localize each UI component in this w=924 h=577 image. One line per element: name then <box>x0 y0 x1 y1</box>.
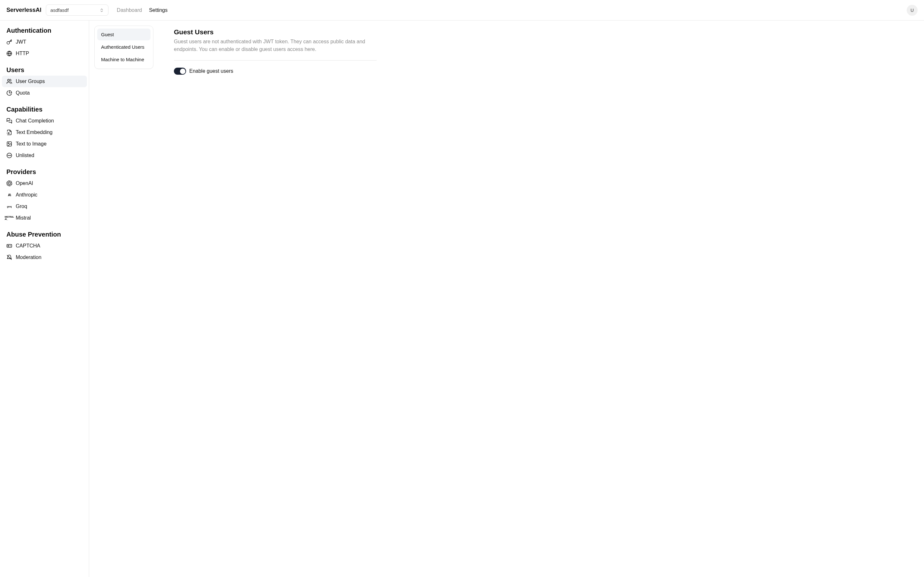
captcha-icon <box>6 243 12 249</box>
sidebar-item-groq[interactable]: groq Groq <box>2 201 87 212</box>
sidebar-item-text-to-image[interactable]: Text to Image <box>2 138 87 150</box>
image-icon <box>6 141 12 147</box>
svg-point-4 <box>8 143 9 143</box>
sidebar-item-label: JWT <box>16 39 26 45</box>
project-selector[interactable]: asdfasdf <box>46 5 108 16</box>
sidebar-section-providers: Providers OpenAI A\ Anthropic groq Groq <box>2 168 87 224</box>
sub-item-authenticated-users[interactable]: Authenticated Users <box>97 41 150 53</box>
sidebar-item-user-groups[interactable]: User Groups <box>2 76 87 87</box>
page-title: Guest Users <box>174 28 376 36</box>
anthropic-icon: A\ <box>6 192 12 198</box>
nav-settings[interactable]: Settings <box>149 7 168 13</box>
sidebar-heading: Capabilities <box>2 106 87 115</box>
nav-links: Dashboard Settings <box>117 7 168 13</box>
sidebar-section-abuse-prevention: Abuse Prevention CAPTCHA Moderation <box>2 231 87 263</box>
globe-icon <box>6 51 12 56</box>
sidebar-item-moderation[interactable]: Moderation <box>2 251 87 263</box>
sidebar-heading: Providers <box>2 168 87 177</box>
logo[interactable]: ServerlessAI <box>6 7 41 13</box>
pie-icon <box>6 90 12 96</box>
sidebar-item-openai[interactable]: OpenAI <box>2 177 87 189</box>
sidebar-heading: Authentication <box>2 27 87 36</box>
sidebar-item-label: Groq <box>16 203 27 210</box>
toggle-knob <box>180 69 186 74</box>
sidebar-item-label: Quota <box>16 90 30 96</box>
sidebar-item-quota[interactable]: Quota <box>2 87 87 99</box>
sidebar-item-label: OpenAI <box>16 181 33 186</box>
enable-guest-users-toggle[interactable] <box>174 68 186 75</box>
main-content: Guest Users Guest users are not authenti… <box>158 21 389 577</box>
sidebar-item-label: Chat Completion <box>16 118 54 124</box>
sidebar-item-label: User Groups <box>16 79 45 84</box>
svg-point-2 <box>8 79 10 81</box>
page-description: Guest users are not authenticated with J… <box>174 38 376 53</box>
avatar[interactable]: U <box>907 5 918 16</box>
sidebar-item-label: Text to Image <box>16 141 47 147</box>
project-selected-label: asdfasdf <box>50 7 69 13</box>
avatar-initial: U <box>911 8 914 13</box>
chat-icon <box>6 118 12 124</box>
svg-point-8 <box>10 155 11 156</box>
toggle-row: Enable guest users <box>174 68 376 75</box>
sidebar-item-label: Mistral <box>16 215 31 221</box>
sub-item-guest[interactable]: Guest <box>97 29 150 40</box>
sidebar-item-unlisted[interactable]: Unlisted <box>2 150 87 161</box>
sub-item-machine-to-machine[interactable]: Machine to Machine <box>97 53 150 65</box>
sidebar-section-capabilities: Capabilities Chat Completion Text Embedd… <box>2 106 87 161</box>
sidebar-section-users: Users User Groups Quota <box>2 66 87 99</box>
sub-sidebar: Guest Authenticated Users Machine to Mac… <box>89 21 158 577</box>
sidebar-section-authentication: Authentication JWT HTTP <box>2 27 87 59</box>
header: ServerlessAI asdfasdf Dashboard Settings… <box>0 0 924 21</box>
svg-point-0 <box>7 42 10 44</box>
sidebar: Authentication JWT HTTP Users <box>0 21 89 577</box>
sidebar-item-label: Unlisted <box>16 153 34 158</box>
embed-icon <box>6 129 12 135</box>
sidebar-item-captcha[interactable]: CAPTCHA <box>2 240 87 251</box>
nav-dashboard[interactable]: Dashboard <box>117 7 142 13</box>
chevrons-up-down-icon <box>99 8 104 13</box>
sidebar-item-label: Moderation <box>16 255 41 260</box>
sidebar-item-anthropic[interactable]: A\ Anthropic <box>2 189 87 201</box>
divider <box>174 60 376 61</box>
sidebar-item-label: Anthropic <box>16 192 37 198</box>
sidebar-item-label: HTTP <box>16 51 29 56</box>
svg-point-10 <box>8 245 9 247</box>
key-icon <box>6 39 12 45</box>
sub-sidebar-card: Guest Authenticated Users Machine to Mac… <box>94 26 153 69</box>
sidebar-item-label: CAPTCHA <box>16 243 40 249</box>
sidebar-heading: Users <box>2 66 87 76</box>
svg-point-6 <box>9 155 10 156</box>
sidebar-item-mistral[interactable]: MISTRALAI_ Mistral <box>2 212 87 224</box>
sidebar-item-chat-completion[interactable]: Chat Completion <box>2 115 87 127</box>
dots-icon <box>6 153 12 158</box>
sidebar-heading: Abuse Prevention <box>2 231 87 240</box>
sidebar-item-http[interactable]: HTTP <box>2 48 87 59</box>
toggle-label: Enable guest users <box>189 68 233 74</box>
users-icon <box>6 79 12 84</box>
openai-icon <box>6 181 12 186</box>
sidebar-item-text-embedding[interactable]: Text Embedding <box>2 127 87 138</box>
moderation-icon <box>6 255 12 260</box>
svg-point-7 <box>8 155 9 156</box>
groq-icon: groq <box>6 203 12 210</box>
mistral-icon: MISTRALAI_ <box>6 215 12 221</box>
sidebar-item-jwt[interactable]: JWT <box>2 36 87 48</box>
sidebar-item-label: Text Embedding <box>16 129 53 135</box>
